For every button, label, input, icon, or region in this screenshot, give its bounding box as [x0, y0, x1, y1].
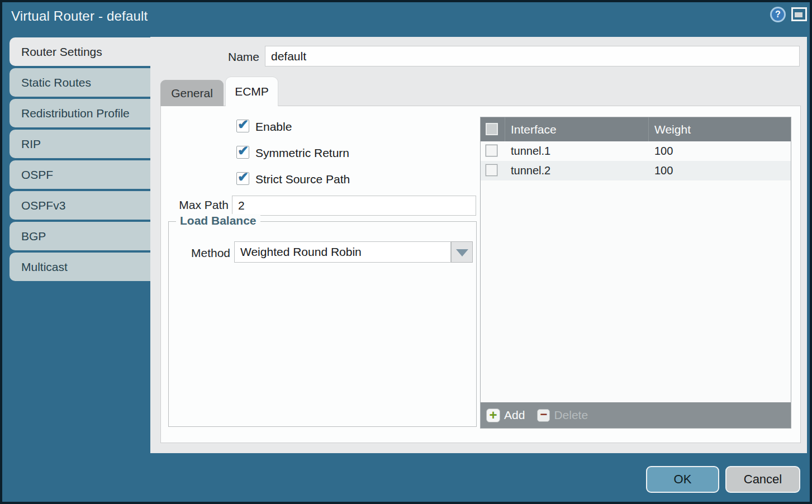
add-button[interactable]: + Add [486, 408, 525, 422]
tab-general[interactable]: General [160, 80, 224, 106]
load-balance-title: Load Balance [176, 214, 260, 227]
dialog-title: Virtual Router - default [11, 8, 148, 24]
checkmark-icon: ✔ [238, 143, 249, 159]
tab-ecmp[interactable]: ECMP [226, 77, 278, 106]
name-input[interactable] [265, 46, 800, 66]
select-all-checkbox[interactable] [486, 123, 498, 135]
interface-cell: tunnel.2 [505, 161, 648, 180]
sidebar-item-multicast[interactable]: Multicast [10, 253, 150, 281]
checkmark-icon: ✔ [238, 117, 249, 132]
sidebar-item-router-settings[interactable]: Router Settings [10, 37, 154, 66]
minus-icon: − [537, 409, 550, 422]
help-icon[interactable]: ? [770, 7, 786, 22]
sidebar-item-rip[interactable]: RIP [10, 130, 150, 158]
table-row[interactable]: tunnel.2 100 [481, 161, 791, 180]
enable-checkbox[interactable]: ✔ [236, 120, 249, 132]
symmetric-return-label: Symmetric Return [255, 146, 349, 160]
window-restore-icon-inner [795, 12, 802, 17]
weight-cell: 100 [648, 141, 791, 161]
cancel-button[interactable]: Cancel [725, 466, 800, 493]
interface-column-header: Interface [505, 117, 648, 141]
sidebar-item-ospf[interactable]: OSPF [10, 160, 150, 189]
max-path-input[interactable] [232, 196, 476, 216]
header-checkbox-cell [481, 117, 505, 141]
weight-cell: 100 [648, 161, 791, 180]
sidebar-item-bgp[interactable]: BGP [10, 222, 150, 250]
symmetric-return-checkbox[interactable]: ✔ [236, 146, 249, 159]
method-dropdown-button[interactable] [451, 241, 473, 263]
strict-source-path-label: Strict Source Path [255, 173, 350, 186]
strict-source-path-checkbox[interactable]: ✔ [236, 172, 249, 185]
add-button-label: Add [504, 408, 525, 422]
name-label: Name [153, 47, 259, 67]
table-footer: + Add − Delete [481, 402, 791, 428]
delete-button-label: Delete [554, 408, 588, 422]
table-header: Interface Weight [481, 117, 791, 141]
method-label: Method [159, 246, 230, 260]
virtual-router-dialog: Virtual Router - default ? Router Settin… [2, 2, 810, 502]
dialog-frame: Virtual Router - default ? Router Settin… [0, 0, 812, 504]
window-restore-icon[interactable] [791, 7, 807, 21]
ok-button[interactable]: OK [646, 466, 719, 493]
row-checkbox-cell [481, 161, 505, 180]
sidebar-item-static-routes[interactable]: Static Routes [10, 68, 150, 97]
chevron-down-icon [456, 249, 468, 256]
table-row[interactable]: tunnel.1 100 [481, 141, 791, 161]
plus-icon: + [486, 408, 500, 422]
interface-cell: tunnel.1 [505, 141, 648, 161]
checkmark-icon: ✔ [238, 169, 249, 185]
row-checkbox[interactable] [486, 145, 497, 156]
sidebar-item-ospfv3[interactable]: OSPFv3 [10, 191, 150, 220]
ecmp-interface-table: Interface Weight tunnel.1 100 tunnel.2 1… [480, 117, 791, 429]
weight-column-header: Weight [648, 117, 791, 141]
delete-button[interactable]: − Delete [537, 408, 588, 422]
max-path-label: Max Path [150, 198, 229, 212]
row-checkbox-cell [481, 141, 505, 161]
row-checkbox[interactable] [486, 164, 497, 176]
enable-label: Enable [255, 120, 292, 134]
sidebar-item-redistribution-profile[interactable]: Redistribution Profile [10, 99, 150, 127]
method-select[interactable]: Weighted Round Robin [234, 241, 451, 263]
